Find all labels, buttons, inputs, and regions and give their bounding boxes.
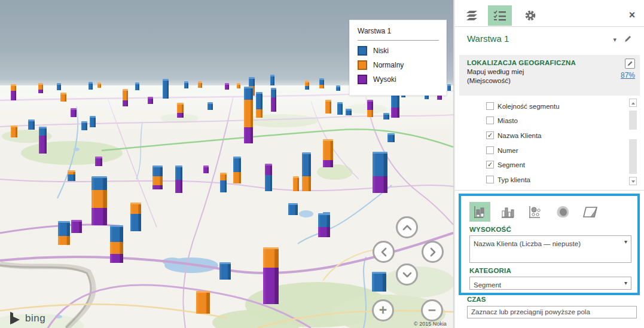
map-bar bbox=[60, 93, 66, 102]
rename-layer-pencil-icon[interactable] bbox=[624, 35, 632, 45]
map-bar bbox=[336, 85, 340, 91]
map-bar bbox=[95, 157, 102, 166]
field-row-miasto[interactable]: Miasto bbox=[486, 116, 518, 125]
bar-segment-p bbox=[110, 254, 123, 263]
viz-type-stacked-column-icon[interactable] bbox=[469, 202, 490, 222]
time-drop-zone[interactable]: Zaznacz lub przeciągnij powyższe pola bbox=[467, 306, 637, 318]
close-pane-button[interactable]: × bbox=[626, 10, 638, 22]
bar-segment-p bbox=[177, 113, 184, 118]
viz-type-region-icon[interactable] bbox=[579, 202, 600, 222]
chevron-up-icon bbox=[404, 226, 411, 229]
bar-segment-p bbox=[373, 176, 387, 193]
map-bar bbox=[302, 152, 311, 191]
field-row-nazwa-klienta[interactable]: ✓Nazwa Klienta bbox=[486, 131, 542, 140]
bar-segment-o bbox=[11, 86, 16, 91]
bar-segment-o bbox=[97, 84, 101, 88]
bar-segment-p bbox=[263, 268, 279, 304]
bar-segment-o bbox=[293, 178, 299, 191]
geography-mapby-line1: Mapuj według miej bbox=[467, 68, 633, 75]
bar-segment-b bbox=[387, 135, 395, 142]
geocoding-percent-link[interactable]: 87% bbox=[621, 71, 635, 79]
scroll-down-button[interactable] bbox=[629, 177, 637, 185]
bing-logo: bing bbox=[8, 311, 45, 326]
bar-segment-b bbox=[305, 86, 309, 90]
field-label: Kolejność segmentu bbox=[498, 103, 560, 110]
pencil-icon bbox=[627, 60, 633, 67]
map-bar bbox=[148, 97, 153, 104]
viz-type-clustered-column-icon[interactable] bbox=[497, 202, 518, 222]
field-row-numer[interactable]: Numer bbox=[486, 146, 518, 155]
field-checkbox[interactable] bbox=[486, 176, 494, 183]
map-bar bbox=[387, 133, 395, 142]
edit-geography-button[interactable] bbox=[625, 59, 635, 69]
bar-segment-b bbox=[271, 90, 276, 97]
bar-segment-o bbox=[58, 236, 70, 245]
map-bar bbox=[372, 272, 386, 292]
field-checkbox[interactable] bbox=[486, 117, 494, 124]
viz-type-heatmap-icon[interactable] bbox=[552, 202, 573, 222]
tab-settings[interactable] bbox=[518, 5, 542, 26]
map-bar bbox=[123, 89, 128, 106]
map-bar bbox=[135, 82, 139, 90]
bar-segment-b bbox=[302, 154, 311, 176]
pan-up-button[interactable] bbox=[396, 216, 418, 238]
map-legend[interactable]: Warstwa 1 NiskiNormalnyWysoki bbox=[349, 20, 447, 96]
map-bar bbox=[219, 262, 231, 280]
field-label: Typ klienta bbox=[498, 176, 530, 183]
zoom-out-button[interactable]: − bbox=[421, 299, 443, 321]
map-bar bbox=[383, 113, 389, 119]
tab-layers[interactable] bbox=[460, 5, 484, 26]
map-3d-view[interactable]: Warstwa 1 NiskiNormalnyWysoki + − bing ©… bbox=[0, 0, 453, 328]
field-checkbox[interactable]: ✓ bbox=[486, 161, 494, 168]
bar-segment-b bbox=[337, 104, 343, 115]
pan-left-button[interactable] bbox=[373, 241, 395, 263]
bar-segment-b bbox=[346, 111, 352, 115]
bar-segment-o bbox=[263, 249, 279, 268]
category-field-dropdown[interactable]: Segment ▾ bbox=[469, 277, 631, 290]
bar-segment-p bbox=[225, 85, 229, 90]
map-bar bbox=[367, 100, 373, 117]
bar-segment-o bbox=[177, 105, 184, 113]
field-row-segment[interactable]: ✓Segment bbox=[486, 160, 525, 169]
scroll-up-button[interactable] bbox=[629, 99, 637, 107]
tab-field-list[interactable] bbox=[488, 5, 512, 26]
bar-segment-o bbox=[11, 127, 17, 137]
field-list-scrollbar[interactable] bbox=[629, 99, 637, 185]
layer-dropdown-caret-icon[interactable]: ▾ bbox=[613, 36, 616, 44]
map-bar bbox=[203, 165, 209, 173]
map-bar bbox=[293, 176, 299, 191]
map-bar bbox=[325, 100, 331, 114]
layer-title: Warstwa 1 bbox=[467, 33, 509, 44]
field-checkbox[interactable]: ✓ bbox=[486, 131, 494, 139]
height-field-dropdown[interactable]: Nazwa Klienta (Liczba — niepuste) ▾ bbox=[469, 235, 631, 263]
map-bar bbox=[57, 83, 61, 90]
pan-down-button[interactable] bbox=[396, 263, 418, 286]
map-bar bbox=[323, 139, 333, 167]
time-placeholder: Zaznacz lub przeciągnij powyższe pola bbox=[471, 308, 633, 315]
bar-segment-b bbox=[270, 76, 274, 85]
legend-divider bbox=[358, 40, 439, 41]
scrollbar-thumb[interactable] bbox=[629, 111, 637, 130]
field-row-typ-klienta[interactable]: Typ klienta bbox=[486, 175, 530, 184]
legend-label: Wysoki bbox=[373, 75, 396, 84]
dropdown-caret-icon: ▾ bbox=[624, 238, 627, 245]
map-bar bbox=[152, 165, 163, 189]
zoom-in-button[interactable]: + bbox=[372, 299, 394, 321]
bar-segment-b bbox=[219, 264, 231, 280]
viz-type-bubble-icon[interactable] bbox=[524, 202, 545, 222]
map-bar bbox=[233, 157, 241, 183]
bar-segment-b bbox=[244, 88, 253, 100]
field-checkbox[interactable] bbox=[486, 102, 494, 110]
chevron-down-icon bbox=[404, 273, 411, 277]
field-label: Segment bbox=[498, 161, 525, 168]
layer-pane: × Warstwa 1 ▾ LOKALIZACJA GEOGRAFICZNA M… bbox=[455, 0, 644, 328]
bar-segment-o bbox=[38, 85, 43, 90]
bar-segment-b bbox=[220, 180, 227, 192]
field-row-kolejność-segmentu[interactable]: Kolejność segmentu bbox=[486, 102, 560, 111]
map-bar bbox=[288, 203, 298, 215]
map-bar bbox=[319, 78, 324, 88]
map-bar bbox=[256, 92, 263, 118]
pan-right-button[interactable] bbox=[422, 241, 444, 263]
bar-segment-p bbox=[11, 91, 16, 100]
field-checkbox[interactable] bbox=[486, 146, 494, 154]
